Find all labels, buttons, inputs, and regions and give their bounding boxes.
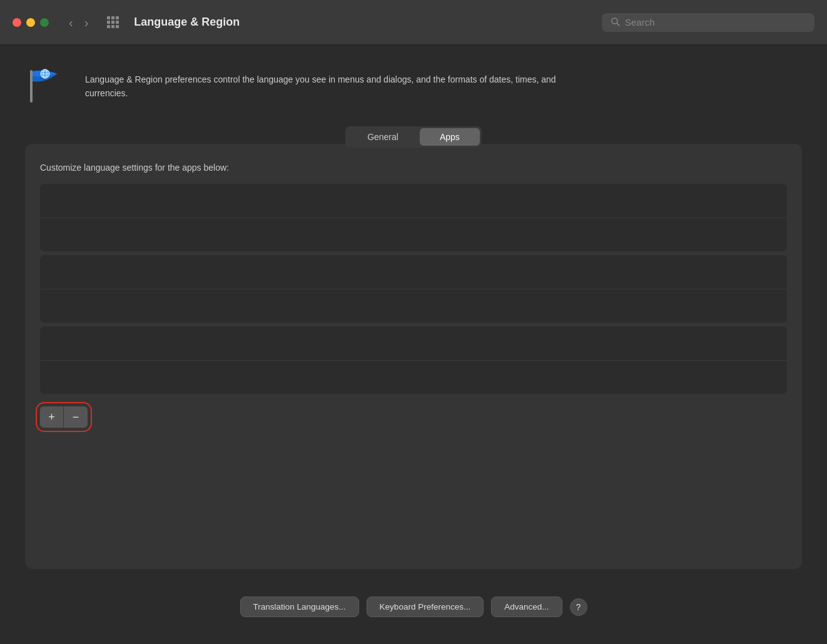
app-group-3 [40, 326, 787, 394]
globe-flag-icon [25, 64, 70, 109]
add-remove-buttons: + − [40, 406, 88, 428]
grid-dot [107, 21, 110, 24]
close-button[interactable] [13, 18, 21, 27]
tab-apps[interactable]: Apps [420, 128, 480, 146]
window-title: Language & Region [134, 16, 592, 29]
tabs-wrapper: General Apps [345, 126, 482, 148]
tabs-container: General Apps [25, 126, 802, 148]
svg-line-1 [617, 23, 620, 26]
advanced-button[interactable]: Advanced... [491, 596, 562, 617]
panel-description: Customize language settings for the apps… [40, 163, 787, 173]
grid-icon[interactable] [107, 16, 119, 28]
list-item[interactable] [40, 184, 787, 218]
grid-dot [116, 21, 119, 24]
grid-dot [111, 21, 114, 24]
grid-dot [116, 25, 119, 28]
app-group-2 [40, 255, 787, 323]
grid-dot [107, 16, 110, 19]
svg-point-0 [612, 18, 617, 24]
grid-dot [107, 25, 110, 28]
translation-languages-button[interactable]: Translation Languages... [240, 596, 359, 617]
search-icon [611, 17, 620, 28]
nav-buttons: ‹ › [65, 14, 92, 31]
titlebar: ‹ › Language & Region [0, 0, 827, 45]
bottom-actions: Translation Languages... Keyboard Prefer… [0, 581, 827, 630]
header-description: Language & Region preferences control th… [85, 73, 573, 101]
list-item[interactable] [40, 255, 787, 289]
list-item[interactable] [40, 360, 787, 394]
search-input[interactable] [625, 17, 806, 28]
add-remove-highlight: + − [40, 406, 88, 428]
keyboard-preferences-button[interactable]: Keyboard Preferences... [367, 596, 484, 617]
app-group-1 [40, 184, 787, 251]
svg-rect-2 [30, 70, 33, 103]
list-item[interactable] [40, 218, 787, 251]
forward-button[interactable]: › [81, 14, 93, 31]
traffic-lights [13, 18, 49, 27]
list-item[interactable] [40, 326, 787, 360]
app-list [40, 184, 787, 394]
maximize-button[interactable] [40, 18, 49, 27]
main-panel: Customize language settings for the apps… [25, 144, 802, 569]
grid-dot [111, 25, 114, 28]
tab-general[interactable]: General [347, 128, 419, 146]
remove-app-button[interactable]: − [64, 406, 88, 428]
list-item[interactable] [40, 289, 787, 323]
grid-dot [111, 16, 114, 19]
add-app-button[interactable]: + [40, 406, 64, 428]
search-bar[interactable] [602, 13, 814, 32]
minimize-button[interactable] [26, 18, 35, 27]
header-info: Language & Region preferences control th… [25, 64, 802, 109]
content-area: Language & Region preferences control th… [0, 45, 827, 581]
back-button[interactable]: ‹ [65, 14, 77, 31]
help-button[interactable]: ? [570, 598, 587, 616]
grid-dot [116, 16, 119, 19]
